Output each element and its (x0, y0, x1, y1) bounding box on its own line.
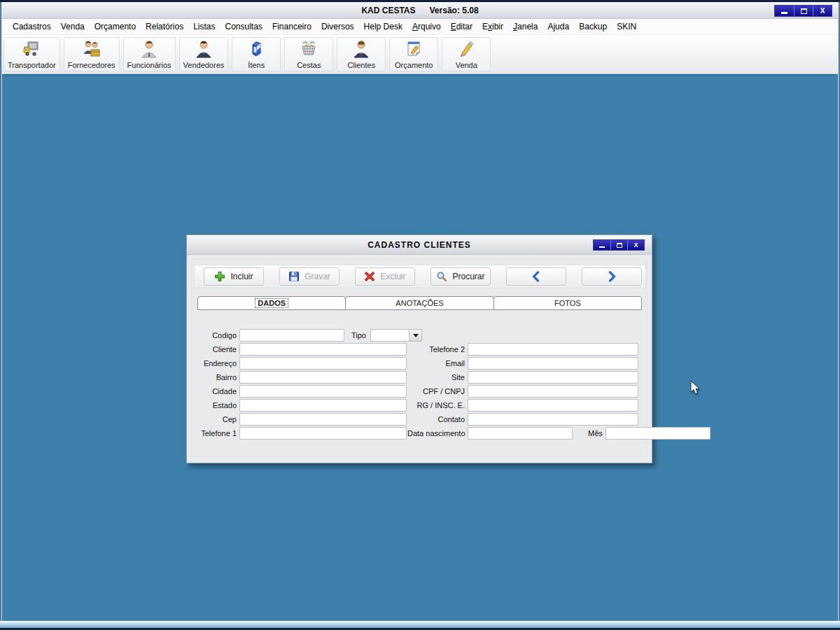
menu-help-desk[interactable]: Help Desk (359, 19, 407, 34)
menu-relatorios[interactable]: Relatórios (141, 19, 188, 34)
previous-record-button[interactable] (506, 267, 566, 286)
window-controls: X (774, 5, 832, 17)
cidade-input[interactable] (239, 385, 407, 398)
minimize-button[interactable] (775, 6, 794, 16)
menu-consultas[interactable]: Consultas (220, 19, 267, 34)
next-record-button[interactable] (582, 267, 642, 286)
toolbar-label: Vendedores (183, 61, 225, 70)
window-frame-bottom (0, 621, 840, 630)
menu-ajuda[interactable]: Ajuda (542, 19, 574, 34)
cliente-label: Cliente (197, 345, 237, 354)
cidade-label: Cidade (197, 387, 237, 396)
email-input[interactable] (468, 357, 638, 370)
tipo-selected-value (371, 330, 409, 341)
menu-janela[interactable]: Janela (508, 19, 542, 34)
dialog-titlebar[interactable]: CADASTRO CLIENTES X (187, 235, 652, 255)
form-row: Email (407, 356, 638, 370)
app-title: KAD CESTAS (361, 6, 415, 15)
toolbar-orcamento-button[interactable]: Orçamento (389, 37, 438, 71)
gravar-button[interactable]: Gravar (279, 267, 340, 286)
menu-venda[interactable]: Venda (56, 19, 90, 34)
toolbar-venda-button[interactable]: Venda (442, 37, 491, 71)
form-row: Cliente (197, 342, 407, 356)
telefone2-input[interactable] (468, 343, 638, 356)
cpf-cnpj-input[interactable] (468, 385, 638, 398)
main-toolbar: Transportador Fornecedores Funcionários (2, 35, 838, 74)
main-titlebar[interactable]: KAD CESTAS Versão: 5.08 X (2, 2, 838, 19)
form-row: Cep (197, 412, 407, 426)
contato-input[interactable] (468, 413, 638, 426)
menu-financeiro[interactable]: Financeiro (267, 19, 316, 34)
menu-orcamento[interactable]: Orçamento (90, 19, 141, 34)
contato-label: Contato (407, 415, 465, 424)
chevron-left-icon (531, 271, 542, 282)
menu-backup[interactable]: Backup (574, 19, 612, 34)
tab-fotos[interactable]: FOTOS (493, 296, 642, 310)
excluir-button[interactable]: Excluir (355, 267, 415, 286)
mouse-cursor (690, 380, 701, 396)
client-icon (351, 39, 371, 59)
cep-input[interactable] (239, 413, 407, 426)
dialog-minimize-button[interactable] (594, 240, 610, 250)
search-icon (436, 271, 447, 282)
toolbar-cestas-button[interactable]: Cestas (284, 37, 333, 71)
menu-arquivo[interactable]: Arquivo (407, 19, 446, 34)
cliente-input[interactable] (239, 343, 407, 356)
tab-label: ANOTAÇÕES (396, 299, 443, 307)
menu-listas[interactable]: Listas (188, 19, 220, 34)
close-icon: X (634, 241, 638, 248)
email-label: Email (407, 359, 465, 368)
window-frame-top (0, 0, 840, 2)
toolbar-fornecedores-button[interactable]: Fornecedores (64, 37, 120, 71)
dialog-window-controls: X (593, 239, 645, 251)
maximize-icon (801, 8, 807, 14)
menu-cadastros[interactable]: Cadastros (8, 19, 56, 34)
maximize-button[interactable] (794, 6, 813, 16)
toolbar-itens-button[interactable]: Ítens (232, 37, 281, 71)
tab-anotacoes[interactable]: ANOTAÇÕES (345, 296, 493, 310)
site-input[interactable] (468, 371, 638, 384)
form-row: Site (407, 370, 638, 384)
form-left-column: Codigo Tipo Cliente Endereço Bairro Cida… (197, 328, 407, 440)
data-nascimento-input[interactable] (468, 427, 573, 440)
toolbar-label: Transportador (8, 61, 56, 70)
close-button[interactable]: X (813, 6, 832, 16)
menu-exibir[interactable]: Exibir (477, 19, 508, 34)
mes-input[interactable] (606, 427, 710, 440)
dialog-maximize-button[interactable] (610, 240, 627, 250)
procurar-button[interactable]: Procurar (430, 267, 491, 286)
app-version: Versão: 5.08 (430, 6, 479, 15)
bairro-label: Bairro (197, 373, 237, 382)
codigo-input[interactable] (239, 329, 344, 342)
tab-dados[interactable]: DADOS (197, 296, 346, 310)
menu-skin[interactable]: SKIN (612, 19, 641, 34)
menu-diversos[interactable]: Diversos (316, 19, 359, 34)
toolbar-vendedores-button[interactable]: Vendedores (179, 37, 229, 71)
delete-icon (364, 271, 375, 282)
button-label: Gravar (304, 272, 330, 281)
endereco-input[interactable] (239, 357, 407, 370)
incluir-button[interactable]: Incluir (204, 267, 264, 286)
menu-editar[interactable]: Editar (446, 19, 477, 34)
rg-insc-input[interactable] (468, 399, 638, 412)
toolbar-funcionarios-button[interactable]: Funcionários (123, 37, 176, 71)
data-nascimento-label: Data nascimento (407, 429, 465, 438)
employee-icon (139, 39, 159, 59)
codigo-label: Codigo (197, 331, 237, 340)
window-frame-left (0, 2, 2, 621)
estado-input[interactable] (239, 399, 407, 412)
button-label: Excluir (380, 272, 405, 281)
dialog-tabs: DADOS ANOTAÇÕES FOTOS (197, 296, 641, 310)
telefone1-input[interactable] (239, 427, 407, 440)
toolbar-clientes-button[interactable]: Clientes (337, 37, 386, 71)
dialog-close-button[interactable]: X (627, 240, 644, 250)
bairro-input[interactable] (239, 371, 407, 384)
toolbar-label: Ítens (248, 61, 265, 70)
form-row: Cidade (197, 384, 407, 398)
toolbar-transportador-button[interactable]: Transportador (4, 37, 60, 71)
menu-bar: Cadastros Venda Orçamento Relatórios Lis… (2, 19, 838, 35)
form-row: Telefone 1 (197, 426, 407, 440)
estado-label: Estado (197, 401, 237, 410)
site-label: Site (407, 373, 465, 382)
form-row: Telefone 2 (407, 342, 638, 356)
